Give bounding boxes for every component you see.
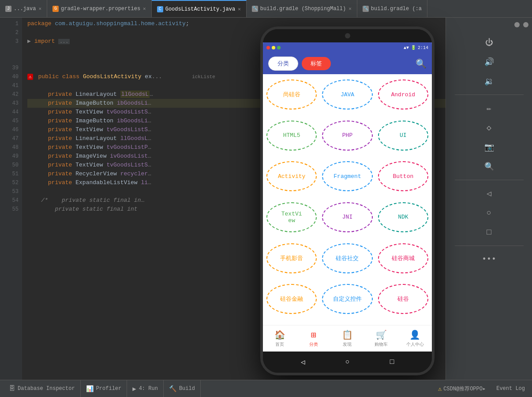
- profile-nav-icon: 👤: [409, 329, 420, 340]
- profile-nav-label: 个人中心: [406, 341, 424, 348]
- phone-status-bar: ▲▼ 🔋 2:14: [263, 42, 432, 53]
- category-item-mall[interactable]: 硅谷商城: [378, 243, 428, 273]
- category-item-finance[interactable]: 硅谷金融: [266, 284, 317, 314]
- tab-label-java: ...java: [14, 6, 36, 12]
- category-item-php[interactable]: PHP: [322, 121, 372, 151]
- status-right: ▲▼ 🔋 2:14: [404, 45, 428, 50]
- tab-java[interactable]: J ...java ✕: [0, 0, 47, 17]
- phone-mockup: ▲▼ 🔋 2:14 分类 标签 🔍 尚硅谷 JAVA Android HTML5…: [260, 26, 435, 375]
- event-log-label[interactable]: Event Log: [496, 386, 525, 392]
- toolbar-separator-1: [455, 95, 524, 95]
- battery-icon: 🔋: [411, 45, 416, 50]
- tab-close-build-gradle-mall[interactable]: ✕: [348, 6, 352, 11]
- tab-bar: J ...java ✕ G gradle-wrapper.properties …: [0, 0, 532, 18]
- sys-home-button[interactable]: ○: [343, 358, 352, 367]
- toolbar-separator-2: [455, 180, 524, 180]
- category-item-html5[interactable]: HTML5: [266, 121, 317, 151]
- build-label: Build: [179, 386, 195, 392]
- category-item-phone-video[interactable]: 手机影音: [266, 243, 317, 273]
- phone-tab-category[interactable]: 分类: [268, 57, 298, 71]
- tab-icon-build-gradle-a: 🔧: [363, 6, 369, 12]
- right-toolbar: ⏻ 🔊 🔉 ✏ ◇ 📷 🔍 ◁ ○ □ •••: [446, 18, 532, 380]
- bottom-right-text: CSDN@推荐OPPO▸: [443, 385, 486, 393]
- home-circle-button[interactable]: ○: [481, 205, 497, 221]
- tab-build-gradle-a[interactable]: 🔧 build.gradle (:a: [357, 0, 427, 17]
- category-item-textview[interactable]: TextView: [266, 202, 317, 232]
- diamond-button[interactable]: ◇: [481, 120, 497, 136]
- category-item-social[interactable]: 硅谷社交: [322, 243, 372, 273]
- status-time: 2:14: [418, 45, 428, 50]
- tab-close-gradle-wrapper[interactable]: ✕: [143, 6, 146, 11]
- category-item-java[interactable]: JAVA: [322, 79, 372, 110]
- tab-close-java[interactable]: ✕: [38, 6, 41, 11]
- phone-system-bar: ◁ ○ □: [263, 352, 432, 373]
- phone-app-bar: 分类 标签 🔍: [263, 53, 432, 74]
- category-item-custom-view[interactable]: 自定义控件: [322, 284, 372, 314]
- signal-icon: ▲▼: [404, 45, 409, 50]
- minimize-button[interactable]: [514, 22, 520, 27]
- category-nav-label: 分类: [309, 341, 318, 348]
- database-icon: 🗄: [9, 385, 15, 392]
- status-icons: [266, 46, 281, 49]
- nav-home[interactable]: 🏠 首页: [263, 329, 297, 348]
- run-button[interactable]: ▶ 4: Run: [127, 380, 164, 397]
- cart-nav-icon: 🛒: [376, 329, 387, 340]
- run-icon: ▶: [132, 385, 136, 393]
- category-item-ndk[interactable]: NDK: [378, 202, 428, 232]
- phone-camera: [345, 33, 350, 38]
- database-inspector-label: Database Inspector: [18, 386, 75, 392]
- category-item-fragment[interactable]: Fragment: [322, 161, 372, 191]
- edit-button[interactable]: ✏: [481, 100, 497, 116]
- category-item-activity[interactable]: Activity: [266, 161, 317, 191]
- phone-notch: [263, 29, 432, 42]
- category-item-button[interactable]: Button: [378, 161, 428, 191]
- warning-icon: ⚠: [438, 385, 442, 393]
- sys-back-button[interactable]: ◁: [299, 358, 307, 367]
- close-button[interactable]: [523, 22, 528, 27]
- run-label: 4: Run: [139, 386, 158, 392]
- build-icon: 🔨: [169, 385, 176, 393]
- volume-down-button[interactable]: 🔉: [481, 73, 497, 89]
- tab-icon-gradle-wrapper: G: [52, 6, 59, 12]
- discover-nav-label: 发现: [343, 341, 352, 348]
- toolbar-separator-3: [455, 246, 524, 246]
- back-icon-button[interactable]: ◁: [481, 185, 497, 201]
- category-grid: 尚硅谷 JAVA Android HTML5 PHP UI Activity F…: [263, 74, 432, 325]
- more-button[interactable]: •••: [481, 251, 497, 267]
- bottom-right-area: ⚠ CSDN@推荐OPPO▸ Event Log: [438, 385, 528, 393]
- bottom-bar: 🗄 Database Inspector 📊 Profiler ▶ 4: Run…: [0, 380, 532, 397]
- square-button[interactable]: □: [481, 224, 497, 240]
- category-item-android[interactable]: Android: [378, 79, 428, 110]
- home-nav-icon: 🏠: [274, 329, 285, 340]
- phone-bottom-nav: 🏠 首页 ⊞ 分类 📋 发现 🛒 购物车 👤 个人中心: [263, 325, 432, 352]
- nav-category[interactable]: ⊞ 分类: [297, 329, 331, 348]
- phone-search-button[interactable]: 🔍: [416, 58, 427, 69]
- phone-tab-tag[interactable]: 标签: [302, 57, 331, 70]
- zoom-button[interactable]: 🔍: [481, 159, 497, 174]
- tab-icon-build-gradle-mall: 🔧: [252, 6, 258, 12]
- sys-recents-button[interactable]: □: [388, 358, 397, 367]
- category-item-shanggugu[interactable]: 尚硅谷: [266, 79, 317, 110]
- nav-discover[interactable]: 📋 发现: [330, 329, 364, 348]
- database-inspector-button[interactable]: 🗄 Database Inspector: [4, 380, 81, 397]
- category-item-jni[interactable]: JNI: [322, 202, 372, 232]
- build-button[interactable]: 🔨 Build: [164, 380, 201, 397]
- tab-gradle-wrapper[interactable]: G gradle-wrapper.properties ✕: [47, 0, 152, 17]
- status-dot-green: [277, 46, 281, 49]
- volume-up-button[interactable]: 🔊: [481, 54, 497, 70]
- discover-nav-icon: 📋: [342, 329, 353, 340]
- tab-goodslist[interactable]: C GoodsListActivity.java ✕: [152, 0, 247, 17]
- camera-button[interactable]: 📷: [481, 139, 497, 155]
- category-item-silicon-valley[interactable]: 硅谷: [378, 284, 428, 314]
- status-dot-red: [266, 46, 270, 49]
- tab-label-goodslist: GoodsListActivity.java: [165, 6, 235, 12]
- nav-profile[interactable]: 👤 个人中心: [398, 329, 432, 348]
- tab-close-goodslist[interactable]: ✕: [238, 6, 241, 12]
- category-item-ui[interactable]: UI: [378, 121, 428, 151]
- phone-tab-group: 分类 标签: [268, 57, 331, 71]
- tab-build-gradle-mall[interactable]: 🔧 build.gradle (ShoppingMall) ✕: [247, 0, 357, 17]
- nav-cart[interactable]: 🛒 购物车: [364, 329, 398, 348]
- profiler-button[interactable]: 📊 Profiler: [81, 380, 127, 397]
- power-button[interactable]: ⏻: [481, 34, 497, 50]
- category-nav-icon: ⊞: [311, 329, 316, 340]
